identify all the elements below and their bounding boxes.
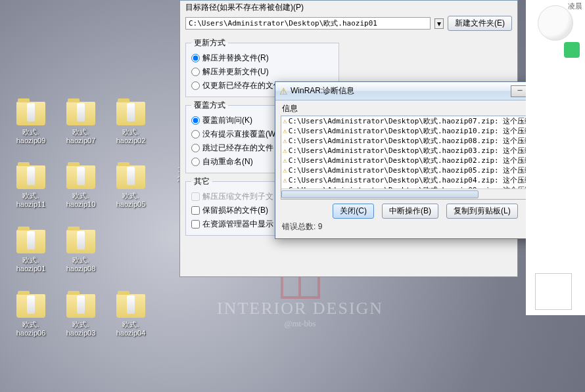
desktop-folder-icon[interactable]: 欧式.haozip07 [58, 102, 104, 145]
desktop-folder-icon[interactable]: 欧式.haozip04 [108, 294, 154, 338]
dest-path-input[interactable] [185, 17, 431, 30]
side-text: 凌晨 [568, 1, 582, 11]
warning-icon: ⚠ [283, 127, 287, 135]
side-panel: 凌晨 [526, 0, 585, 315]
misc-legend: 其它 [191, 176, 212, 187]
zip-folder-icon [16, 294, 45, 318]
warning-icon: ⚠ [283, 117, 287, 125]
warning-icon: ⚠ [279, 86, 288, 97]
update-legend: 更新方式 [191, 37, 228, 49]
desktop-folder-icon[interactable]: 欧式.haozip05 [108, 165, 154, 209]
desktop-folder-icon[interactable]: 欧式.haozip09 [8, 102, 54, 145]
diag-close-button[interactable]: 关闭(C) [333, 204, 374, 219]
zip-folder-icon [16, 102, 45, 125]
zip-folder-icon [66, 294, 95, 318]
desktop-folder-icon[interactable]: 欧式.haozip08 [58, 230, 104, 273]
zip-folder-icon [16, 230, 45, 253]
desktop-folder-icon[interactable]: 欧式.haozip01 [8, 230, 54, 273]
zip-folder-icon [116, 165, 145, 189]
copy-clipboard-button[interactable]: 复制到剪贴板(L) [446, 204, 518, 219]
desktop-folder-icon[interactable]: 欧式.haozip02 [108, 102, 154, 145]
zip-folder-icon [116, 102, 145, 125]
warning-icon: ⚠ [283, 176, 287, 185]
diag-title: WinRAR:诊断信息 [291, 85, 354, 97]
warning-icon: ⚠ [283, 156, 287, 165]
desktop-folder-icon[interactable]: 欧式.haozip06 [8, 294, 54, 338]
update-update-option[interactable]: 解压并更新文件(U) [191, 65, 333, 79]
zip-folder-icon [16, 165, 45, 189]
new-folder-button[interactable]: 新建文件夹(E) [448, 16, 512, 31]
zip-folder-icon [66, 165, 95, 189]
abort-button[interactable]: 中断操作(B) [382, 204, 438, 219]
warning-icon: ⚠ [283, 137, 287, 145]
dropdown-arrow-icon[interactable]: ▾ [434, 18, 444, 29]
warning-icon: ⚠ [283, 166, 287, 175]
app-icon[interactable] [564, 42, 580, 58]
avatar-image[interactable] [535, 273, 572, 310]
zip-folder-icon [66, 102, 95, 125]
zip-folder-icon [66, 230, 95, 253]
dest-label: 目标路径(如果不存在将被创建)(P) [180, 1, 517, 14]
desktop-folder-icon[interactable]: 欧式.haozip03 [58, 294, 104, 338]
update-replace-option[interactable]: 解压并替换文件(R) [191, 51, 333, 65]
zip-folder-icon [116, 294, 145, 318]
desktop-folder-icon[interactable]: 欧式.haozip11 [8, 165, 54, 209]
desktop-folder-icon[interactable]: 欧式.haozip10 [58, 165, 104, 209]
warning-icon: ⚠ [283, 146, 287, 155]
overwrite-legend: 覆盖方式 [191, 100, 228, 111]
